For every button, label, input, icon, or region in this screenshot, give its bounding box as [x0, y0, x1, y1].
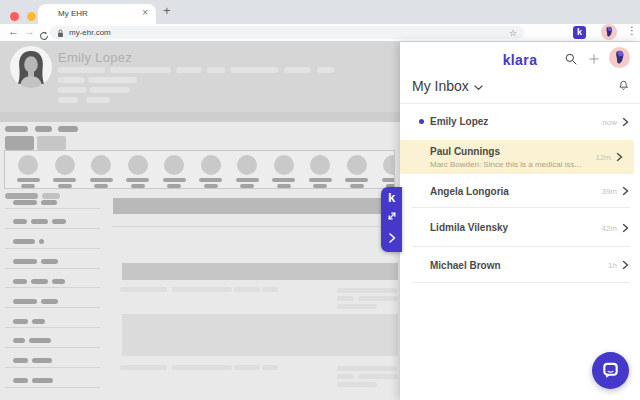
placeholder-bar [199, 178, 222, 182]
placeholder-bar [58, 67, 105, 73]
placeholder-bar [163, 178, 186, 182]
placeholder-bar [13, 279, 27, 284]
placeholder-bar [350, 184, 364, 188]
placeholder-bar [277, 184, 291, 188]
placeholder-bar [41, 299, 58, 304]
conversation-row-angela-longoria[interactable]: Angela Longoria 39m [400, 174, 640, 208]
placeholder-bar [122, 263, 398, 280]
placeholder-bar [237, 155, 257, 175]
chevron-right-icon [622, 261, 629, 270]
placeholder-bar [5, 327, 100, 328]
placeholder-bar [5, 193, 38, 199]
inbox-title-dropdown[interactable]: My Inbox [412, 78, 483, 94]
placeholder-bar [337, 366, 397, 371]
placeholder-bar [5, 208, 100, 209]
placeholder-bar [240, 184, 254, 188]
chevron-down-icon [474, 78, 483, 94]
placeholder-bar [317, 67, 334, 73]
collapse-chevron-icon[interactable] [387, 230, 397, 248]
placeholder-bar [55, 155, 75, 175]
klara-sidebar-toggle[interactable]: k [381, 187, 402, 252]
placeholder-bar [201, 155, 221, 175]
placeholder-bar [0, 112, 400, 122]
placeholder-bar [167, 184, 181, 188]
browser-profile-avatar[interactable] [601, 24, 617, 40]
placeholder-bar [35, 126, 52, 132]
placeholder-bar [337, 288, 397, 293]
placeholder-bar [94, 184, 108, 188]
row-divider [412, 282, 630, 283]
placeholder-bar [262, 365, 278, 370]
placeholder-bar [309, 178, 332, 182]
user-avatar[interactable] [609, 47, 630, 68]
klara-panel: klara My Inbox Emily Lopez now Paul Cunn… [400, 42, 640, 400]
placeholder-bar [131, 184, 145, 188]
placeholder-bar [13, 299, 37, 304]
notifications-bell-icon[interactable] [617, 78, 630, 96]
placeholder-bar [122, 314, 398, 356]
placeholder-bar [110, 67, 171, 73]
placeholder-bar [230, 67, 278, 73]
conversation-time: now [602, 117, 617, 126]
conversation-row-paul-cunnings[interactable]: Paul Cunnings Marc Bowden: Since this is… [400, 140, 634, 174]
placeholder-bar [5, 367, 100, 368]
expand-icon[interactable] [386, 208, 398, 226]
browser-toolbar: ← → my-ehr.com ☆ k ⋮ [0, 24, 640, 42]
placeholder-bar [128, 155, 148, 175]
placeholder-bar [13, 358, 28, 363]
placeholder-bar [120, 287, 167, 292]
placeholder-bar [37, 136, 66, 150]
placeholder-bar [234, 365, 260, 370]
placeholder-bar [383, 155, 395, 175]
conversation-row-lidmila-vilensky[interactable]: Lidmila Vilensky 42m [400, 208, 640, 247]
patient-name: Emily Lopez [58, 50, 132, 65]
placeholder-bar [39, 239, 44, 244]
placeholder-bar [13, 259, 37, 264]
placeholder-bar [13, 219, 27, 224]
bookmark-star-icon[interactable]: ☆ [509, 28, 517, 38]
placeholder-bar [5, 136, 34, 150]
placeholder-bar [52, 279, 65, 284]
placeholder-bar [310, 155, 330, 175]
inbox-title-label: My Inbox [412, 78, 469, 94]
placeholder-bar [5, 387, 100, 388]
forward-icon[interactable]: → [24, 25, 35, 37]
patient-avatar [10, 46, 52, 88]
window-minimize-button[interactable] [27, 12, 36, 21]
placeholder-bar [31, 279, 48, 284]
conversation-row-michael-brown[interactable]: Michael Brown 1h [400, 247, 640, 283]
tab-close-icon[interactable]: × [142, 7, 148, 19]
placeholder-bar [176, 67, 202, 73]
address-bar[interactable]: my-ehr.com ☆ [50, 26, 524, 39]
placeholder-bar [53, 178, 76, 182]
new-tab-button[interactable]: + [163, 3, 171, 18]
placeholder-bar [32, 378, 53, 383]
conversation-row-emily-lopez[interactable]: Emily Lopez now [400, 103, 640, 140]
back-icon[interactable]: ← [8, 25, 19, 37]
placeholder-bar [337, 304, 377, 309]
placeholder-bar [58, 184, 72, 188]
placeholder-bar [90, 178, 113, 182]
placeholder-bar [284, 67, 311, 73]
chevron-right-icon [616, 153, 623, 162]
placeholder-bar [313, 184, 327, 188]
placeholder-bar [58, 87, 87, 93]
browser-tab[interactable]: My EHR × [38, 4, 156, 24]
url-text: my-ehr.com [69, 28, 509, 37]
browser-menu-icon[interactable]: ⋮ [627, 25, 637, 36]
browser-tabstrip: My EHR × + [0, 0, 640, 24]
placeholder-bar [13, 338, 25, 343]
search-icon[interactable] [564, 52, 578, 70]
placeholder-bar [31, 219, 48, 224]
chat-widget-button[interactable] [592, 352, 629, 389]
chevron-right-icon [622, 117, 629, 126]
unread-dot [419, 119, 424, 124]
conversation-preview: Marc Bowden: Since this is a medical iss… [430, 160, 585, 169]
placeholder-bar [113, 198, 396, 214]
klara-extension-icon[interactable]: k [573, 26, 586, 39]
placeholder-bar [358, 296, 398, 301]
placeholder-bar [337, 374, 354, 379]
new-conversation-icon[interactable] [587, 52, 601, 70]
placeholder-bar [207, 67, 225, 73]
window-close-button[interactable] [10, 12, 19, 21]
